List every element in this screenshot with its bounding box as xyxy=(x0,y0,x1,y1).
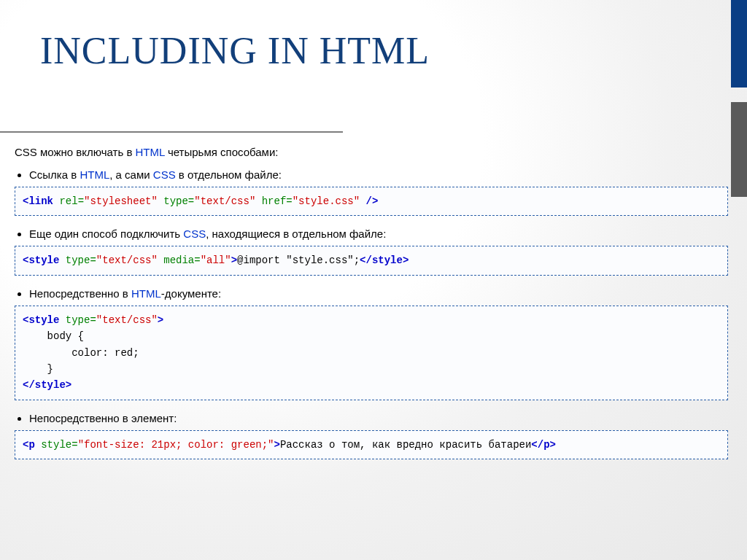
tok: type= xyxy=(158,195,194,207)
intro-html-link: HTML xyxy=(136,146,165,158)
html-link: HTML xyxy=(131,287,161,300)
accent-bar-gray xyxy=(731,102,747,197)
tok: Рассказ о том, как вредно красить батаре… xyxy=(280,439,531,451)
slide-title: INCLUDING IN HTML xyxy=(40,29,430,72)
title-divider xyxy=(0,131,343,133)
tok: <style xyxy=(23,314,66,326)
tok: body { xyxy=(23,330,84,342)
tok: </style> xyxy=(23,379,71,391)
code-block: <link rel="stylesheet" type="text/css" h… xyxy=(15,187,728,216)
text: , находящиеся в отдельном файле: xyxy=(206,228,386,240)
methods-list: Ссылка в HTML, а сами CSS в отдельном фа… xyxy=(13,168,728,459)
intro-text: CSS можно включать в HTML четырьмя спосо… xyxy=(15,146,728,158)
tok: type= xyxy=(66,254,96,266)
tok: "stylesheet" xyxy=(84,195,158,207)
tok: rel= xyxy=(59,195,84,207)
tok: "text/css" xyxy=(194,195,255,207)
tok: href= xyxy=(255,195,292,207)
tok: </style> xyxy=(360,254,409,266)
tok: media= xyxy=(158,254,201,266)
tok: style= xyxy=(41,439,77,451)
css-link: CSS xyxy=(153,168,176,181)
accent-bar-blue xyxy=(731,0,747,88)
tok: "text/css" xyxy=(96,254,158,266)
text: , а сами xyxy=(109,168,153,181)
list-item: Ссылка в HTML, а сами CSS в отдельном фа… xyxy=(29,168,728,216)
tok: @import "style.css"; xyxy=(237,254,360,266)
intro-pre: CSS можно включать в xyxy=(15,146,136,158)
list-item: Непосредственно в HTML-документе: <style… xyxy=(29,287,728,400)
tok: <style xyxy=(23,254,66,266)
tok: "all" xyxy=(201,254,231,266)
tok: "style.css" xyxy=(293,195,360,207)
text: -документе: xyxy=(161,287,221,300)
tok: /> xyxy=(360,195,378,207)
intro-post: четырьмя способами: xyxy=(165,146,279,158)
list-item: Непосредственно в элемент: <p style="fon… xyxy=(29,412,728,459)
bullet-text: Непосредственно в элемент: xyxy=(29,412,177,424)
tok: } xyxy=(23,363,53,375)
tok: </p> xyxy=(531,439,556,451)
text: Еще один способ подключить xyxy=(29,228,183,240)
code-block: <style type="text/css" media="all">@impo… xyxy=(15,246,728,275)
text: Непосредственно в xyxy=(29,287,131,300)
tok: <p xyxy=(23,439,41,451)
bullet-text: Ссылка в HTML, а сами CSS в отдельном фа… xyxy=(29,168,282,181)
list-item: Еще один способ подключить CSS, находящи… xyxy=(29,228,728,275)
html-link: HTML xyxy=(80,168,109,181)
code-block: <p style="font-size: 21px; color: green;… xyxy=(15,430,728,459)
bullet-text: Еще один способ подключить CSS, находящи… xyxy=(29,228,386,240)
tok: type= xyxy=(66,314,96,326)
code-block: <style type="text/css"> body { color: re… xyxy=(15,306,728,400)
text: Ссылка в xyxy=(29,168,80,181)
tok: "text/css" xyxy=(96,314,158,326)
tok: color: red; xyxy=(23,347,139,359)
css-link: CSS xyxy=(183,228,206,240)
bullet-text: Непосредственно в HTML-документе: xyxy=(29,287,221,300)
slide-content: CSS можно включать в HTML четырьмя спосо… xyxy=(13,146,728,471)
tok: > xyxy=(231,254,237,266)
tok: "font-size: 21px; color: green;" xyxy=(78,439,274,451)
tok: > xyxy=(274,439,279,451)
tok: <link xyxy=(23,195,59,207)
tok: > xyxy=(158,314,163,326)
text: в отдельном файле: xyxy=(176,168,282,181)
slide: INCLUDING IN HTML CSS можно включать в H… xyxy=(0,0,747,560)
